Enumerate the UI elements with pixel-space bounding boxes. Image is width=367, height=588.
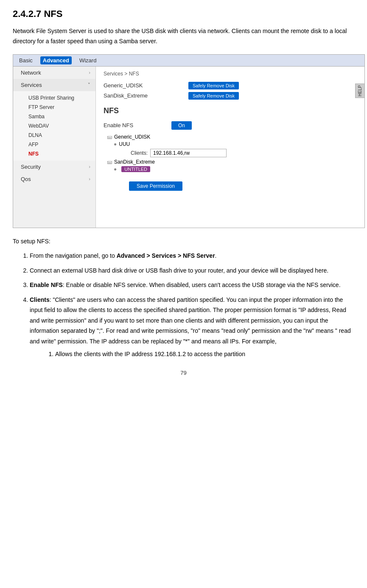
sidebar: Network › Services ˅ USB Printer Sharing…	[13, 67, 96, 228]
nfs-title: NFS	[104, 106, 357, 115]
sidebar-sub-samba[interactable]: Samba	[25, 112, 95, 121]
main-content: Services > NFS Generic_UDISK Safely Remo…	[96, 67, 364, 228]
tree-udisk-label: Generic_UDISK	[114, 134, 150, 140]
uuu-icon: ●	[114, 141, 117, 147]
drive-icon-1: 🖴	[107, 134, 112, 140]
sidebar-qos-arrow: ›	[89, 176, 90, 181]
sidebar-security-arrow: ›	[89, 164, 90, 169]
step4-sub-1: Allows the clients with the IP address 1…	[55, 349, 354, 359]
step-4: Clients: "Clients" are users who can acc…	[30, 295, 354, 359]
nfs-section: NFS Enable NFS On 🖴 Generic_UDISK ●	[104, 106, 357, 191]
tree-generic-udisk: 🖴 Generic_UDISK	[104, 134, 357, 140]
sidebar-network-arrow: ›	[89, 70, 90, 75]
step4-sublist: Allows the clients with the IP address 1…	[55, 349, 354, 359]
step1-bold: Advanced > Services > NFS Server	[117, 252, 215, 259]
tree-sandisk: 🖴 SanDisk_Extreme	[104, 159, 357, 165]
enable-nfs-label: Enable NFS	[104, 122, 171, 128]
sidebar-security-label: Security	[21, 164, 41, 170]
nav-basic[interactable]: Basic	[17, 56, 35, 64]
help-tab[interactable]: HELP	[355, 84, 365, 98]
router-ui-screenshot: Basic Advanced Wizard Network › Services…	[13, 54, 365, 228]
drive-row-1: Generic_UDISK Safely Remove Disk	[104, 82, 357, 89]
sidebar-qos-label: Qos	[21, 176, 31, 182]
drive-name-1: Generic_UDISK	[104, 82, 188, 89]
sidebar-network-label: Network	[21, 70, 41, 76]
save-permission-button[interactable]: Save Permission	[129, 181, 182, 191]
uuu-label: UUU	[119, 141, 130, 147]
sidebar-item-qos[interactable]: Qos ›	[13, 173, 95, 185]
step-3: Enable NFS: Enable or disable NFS servic…	[30, 280, 354, 290]
page-heading: 2.4.2.7 NFS	[13, 8, 354, 20]
drive-name-2: SanDisk_Extreme	[104, 92, 188, 99]
page-number: 79	[13, 370, 354, 376]
sidebar-sub-ftp[interactable]: FTP Server	[25, 103, 95, 112]
untitled-badge: UNTITLED	[121, 166, 150, 172]
safely-remove-drive-2-button[interactable]: Safely Remove Disk	[188, 92, 239, 100]
step4-bold-clients: Clients	[30, 296, 50, 303]
sidebar-services-label: Services	[21, 82, 42, 88]
setup-intro: To setup NFS:	[13, 237, 354, 247]
tree-sandisk-label: SanDisk_Extreme	[114, 159, 155, 165]
safely-remove-drive-1-button[interactable]: Safely Remove Disk	[188, 82, 239, 89]
tree-uuu-row: ● UUU Clients:	[104, 141, 357, 157]
intro-paragraph-1: Network File System Server is used to sh…	[13, 26, 354, 47]
sidebar-sub-dlna[interactable]: DLNA	[25, 131, 95, 140]
step-2: Connect an external USB hard disk drive …	[30, 265, 354, 276]
sidebar-services-submenu: USB Printer Sharing FTP Server Samba Web…	[13, 91, 95, 161]
step3-bold-enable: Enable NFS	[30, 281, 63, 288]
nfs-drive-tree: 🖴 Generic_UDISK ● UUU Clients:	[104, 134, 357, 172]
sidebar-sub-nfs[interactable]: NFS	[25, 149, 95, 159]
sidebar-item-security[interactable]: Security ›	[13, 161, 95, 173]
breadcrumb: Services > NFS	[104, 71, 357, 77]
nav-wizard[interactable]: Wizard	[77, 56, 99, 64]
untitled-icon: ●	[114, 166, 117, 172]
sidebar-sub-afp[interactable]: AFP	[25, 140, 95, 149]
enable-nfs-toggle[interactable]: On	[171, 121, 192, 130]
step-1: From the navigation panel, go to Advance…	[30, 251, 354, 261]
clients-label: Clients:	[131, 150, 148, 156]
sidebar-item-services[interactable]: Services ˅	[13, 79, 95, 91]
drive-icon-2: 🖴	[107, 159, 112, 165]
enable-nfs-row: Enable NFS On	[104, 121, 357, 130]
sidebar-sub-usb-printer[interactable]: USB Printer Sharing	[25, 93, 95, 103]
clients-input[interactable]	[150, 149, 227, 157]
setup-steps: From the navigation panel, go to Advance…	[30, 251, 354, 359]
save-permission-row: Save Permission	[104, 178, 357, 191]
tree-untitled-row: ● UNTITLED	[104, 166, 357, 172]
drive-row-2: SanDisk_Extreme Safely Remove Disk	[104, 92, 357, 100]
router-top-nav: Basic Advanced Wizard	[13, 55, 364, 67]
sidebar-item-network[interactable]: Network ›	[13, 67, 95, 79]
router-ui-body: Network › Services ˅ USB Printer Sharing…	[13, 67, 364, 228]
sidebar-services-arrow: ˅	[88, 82, 90, 88]
sidebar-sub-webdav[interactable]: WebDAV	[25, 121, 95, 131]
nav-advanced[interactable]: Advanced	[40, 56, 72, 64]
clients-row: Clients:	[114, 149, 357, 157]
